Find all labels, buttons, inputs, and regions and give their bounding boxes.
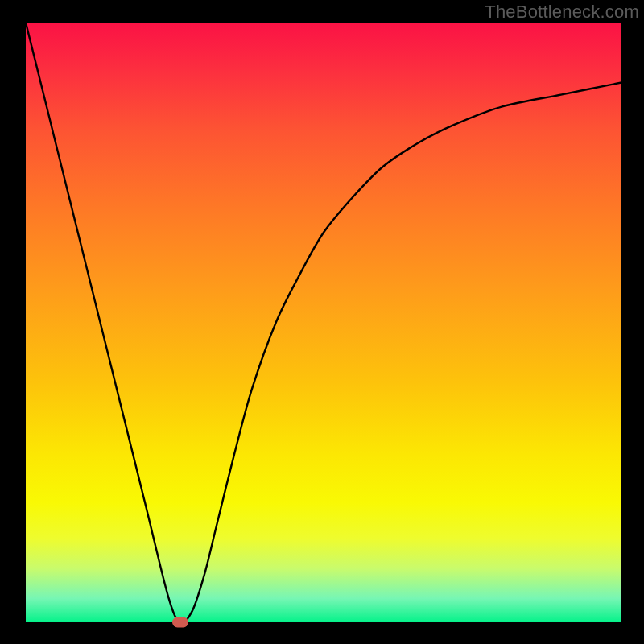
chart-frame: TheBottleneck.com: [0, 0, 644, 644]
bottleneck-curve: [26, 23, 621, 622]
minimum-marker: [172, 617, 188, 628]
plot-area: [26, 23, 621, 622]
curve-layer: [26, 23, 621, 622]
watermark-text: TheBottleneck.com: [485, 2, 639, 23]
